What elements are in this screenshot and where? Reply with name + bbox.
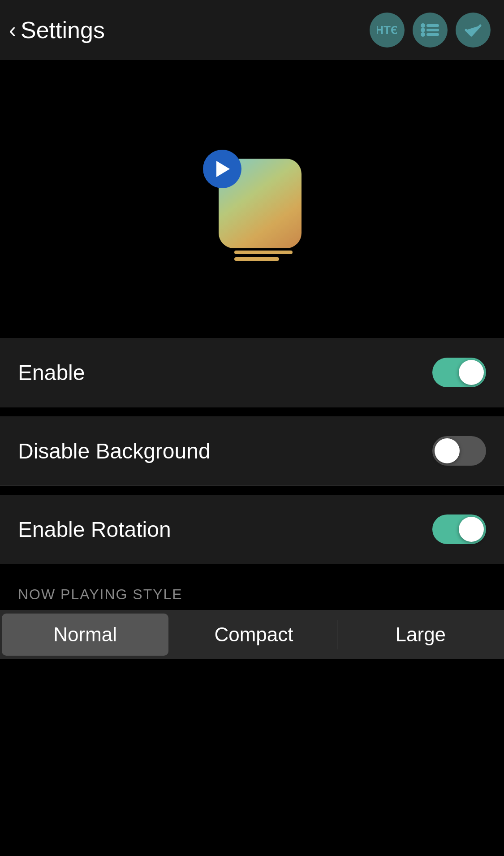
play-triangle-icon xyxy=(216,161,230,177)
list-button[interactable] xyxy=(413,13,448,48)
checkmark-icon xyxy=(463,21,483,39)
enable-rotation-label: Enable Rotation xyxy=(18,517,171,542)
svg-point-3 xyxy=(421,28,425,32)
app-icon-line-1 xyxy=(234,251,293,254)
disable-background-toggle[interactable] xyxy=(432,436,486,466)
divider-1 xyxy=(0,407,504,416)
list-icon xyxy=(420,21,440,39)
disable-background-toggle-thumb xyxy=(435,438,460,463)
divider-3 xyxy=(0,564,504,573)
checkmark-button[interactable] xyxy=(456,13,491,48)
svg-rect-6 xyxy=(426,33,439,36)
svg-rect-2 xyxy=(426,24,439,27)
back-button[interactable]: ‹ xyxy=(9,19,16,41)
hero-area xyxy=(0,60,504,338)
disable-background-row: Disable Background xyxy=(0,416,504,486)
text-mirror-icon: ЭТН xyxy=(377,22,397,39)
page-title: Settings xyxy=(21,17,105,43)
enable-toggle[interactable] xyxy=(432,358,486,387)
enable-rotation-row: Enable Rotation xyxy=(0,495,504,564)
enable-toggle-thumb xyxy=(459,360,484,385)
enable-label: Enable xyxy=(18,360,85,385)
enable-rotation-toggle-thumb xyxy=(459,517,484,542)
settings-section: Enable Disable Background Enable Rotatio… xyxy=(0,338,504,564)
app-icon xyxy=(203,150,302,248)
disable-background-label: Disable Background xyxy=(18,439,211,463)
svg-point-1 xyxy=(421,23,425,28)
enable-rotation-toggle[interactable] xyxy=(432,514,486,544)
app-icon-lines xyxy=(234,251,293,261)
svg-text:ЭТН: ЭТН xyxy=(377,23,397,37)
header-left: ‹ Settings xyxy=(9,17,105,43)
style-option-large[interactable]: Large xyxy=(337,610,504,659)
svg-rect-4 xyxy=(426,29,439,31)
header: ‹ Settings ЭТН xyxy=(0,0,504,60)
header-actions: ЭТН xyxy=(370,13,491,48)
svg-point-5 xyxy=(421,32,425,37)
style-option-normal[interactable]: Normal xyxy=(2,614,168,656)
style-option-compact[interactable]: Compact xyxy=(170,610,337,659)
now-playing-style-label: NOW PLAYING STYLE xyxy=(0,573,504,610)
app-icon-line-2 xyxy=(234,257,279,261)
play-badge xyxy=(203,150,241,188)
text-mirror-button[interactable]: ЭТН xyxy=(370,13,405,48)
enable-row: Enable xyxy=(0,338,504,407)
style-selector: Normal Compact Large xyxy=(0,610,504,659)
divider-2 xyxy=(0,486,504,495)
bottom-spacer xyxy=(0,659,504,695)
